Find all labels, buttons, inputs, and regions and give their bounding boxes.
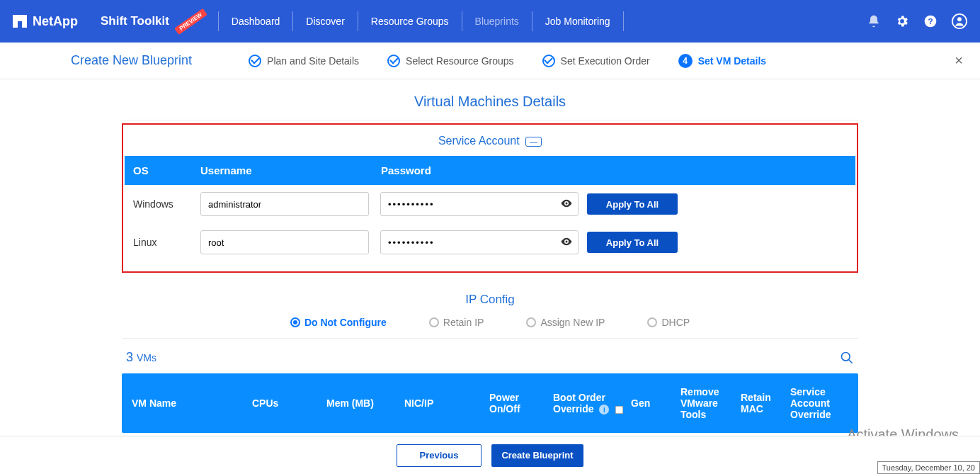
nav-separator <box>623 11 624 31</box>
header-os: OS <box>133 164 200 176</box>
close-icon[interactable]: × <box>955 52 963 69</box>
ip-config-title: IP Config <box>122 273 858 317</box>
boot-override-checkbox[interactable] <box>615 405 624 414</box>
create-blueprint-button[interactable]: Create Blueprint <box>491 444 583 467</box>
wizard-step-select-rg[interactable]: Select Resource Groups <box>387 55 514 67</box>
radio-icon <box>526 317 536 327</box>
nav-discover[interactable]: Discover <box>303 16 347 27</box>
page-title: Virtual Machines Details <box>414 94 566 110</box>
top-navbar: NetApp Shift Toolkit PREVIEW Dashboard D… <box>0 0 980 43</box>
nav-resource-groups[interactable]: Resource Groups <box>368 16 452 27</box>
th-cpus: CPUs <box>252 397 326 409</box>
nav-blueprints[interactable]: Blueprints <box>472 16 522 27</box>
vm-count-number: 3 <box>126 350 133 364</box>
radio-label: Assign New IP <box>540 317 605 328</box>
help-icon[interactable]: ? <box>923 14 938 28</box>
wizard-bar: Create New Blueprint Plan and Site Detai… <box>0 43 980 79</box>
taskbar-date: Tuesday, December 10, 20 <box>877 461 980 474</box>
apply-to-all-button-linux[interactable]: Apply To All <box>587 232 678 253</box>
svg-point-4 <box>566 203 568 205</box>
th-mem: Mem (MB) <box>326 397 404 409</box>
radio-label: DHCP <box>661 317 690 328</box>
service-account-label: Service Account <box>438 135 520 147</box>
password-input-linux[interactable] <box>380 230 579 254</box>
nav-job-monitoring[interactable]: Job Monitoring <box>542 16 613 27</box>
vm-count-row: 3 VMs <box>122 339 858 373</box>
ip-option-dhcp[interactable]: DHCP <box>647 317 690 328</box>
wizard-step-vm-details[interactable]: 4 Set VM Details <box>678 54 766 68</box>
svg-point-5 <box>566 241 568 243</box>
divider <box>122 120 858 120</box>
product-label: Shift Toolkit <box>101 14 169 28</box>
vm-table-header: VM Name CPUs Mem (MB) NIC/IP Power On/Of… <box>122 373 858 433</box>
wizard-step-label: Set VM Details <box>698 55 766 67</box>
radio-icon <box>647 317 657 327</box>
ip-option-assign-new-ip[interactable]: Assign New IP <box>526 317 605 328</box>
password-input-windows[interactable] <box>380 192 579 216</box>
eye-icon[interactable] <box>560 235 573 248</box>
wizard-step-plan[interactable]: Plan and Site Details <box>249 55 359 67</box>
service-account-row-windows: Windows Apply To All <box>125 185 855 223</box>
radio-label: Do Not Configure <box>304 317 387 328</box>
previous-button[interactable]: Previous <box>397 444 482 467</box>
nav-separator <box>462 11 462 31</box>
collapse-icon[interactable]: — <box>525 137 542 147</box>
brand-logo: NetApp <box>13 14 78 29</box>
header-username: Username <box>200 164 381 176</box>
check-icon <box>387 55 400 67</box>
brand-text: NetApp <box>33 14 78 29</box>
nav-separator <box>292 11 293 31</box>
wizard-steps: Plan and Site Details Select Resource Gr… <box>249 54 766 68</box>
svg-point-3 <box>957 17 962 21</box>
svg-point-6 <box>842 353 850 361</box>
os-label-windows: Windows <box>133 198 200 210</box>
th-nic: NIC/IP <box>404 397 489 409</box>
ip-option-retain-ip[interactable]: Retain IP <box>429 317 484 328</box>
wizard-step-label: Plan and Site Details <box>267 55 359 67</box>
service-account-section: Service Account — OS Username Password W… <box>122 123 858 273</box>
ip-config-options: Do Not Configure Retain IP Assign New IP… <box>122 317 858 338</box>
wizard-step-exec-order[interactable]: Set Execution Order <box>542 55 650 67</box>
vm-count-label: VMs <box>137 352 156 363</box>
th-gen: Gen <box>631 397 680 409</box>
nav-separator <box>218 11 219 31</box>
service-account-title: Service Account — <box>125 126 855 156</box>
card: Service Account — OS Username Password W… <box>122 120 858 433</box>
username-input-linux[interactable] <box>200 230 369 254</box>
header-password: Password <box>381 164 751 176</box>
nav-dashboard[interactable]: Dashboard <box>229 16 283 27</box>
user-icon[interactable] <box>952 13 967 29</box>
topbar-actions: ? <box>867 13 967 29</box>
header-spacer <box>751 164 847 176</box>
svg-line-7 <box>849 360 853 363</box>
radio-label: Retain IP <box>443 317 484 328</box>
nav-links: Dashboard Discover Resource Groups Bluep… <box>229 11 634 31</box>
gear-icon[interactable] <box>895 14 909 28</box>
th-svc-override: Service Account Override <box>790 386 847 420</box>
th-retain-mac: Retain MAC <box>741 392 790 414</box>
th-boot: Boot Order Override i <box>553 392 631 415</box>
info-icon[interactable]: i <box>599 405 609 414</box>
svg-text:?: ? <box>928 16 933 26</box>
check-icon <box>249 55 261 67</box>
username-input-windows[interactable] <box>200 192 369 216</box>
th-remove-tools: Remove VMware Tools <box>680 386 741 420</box>
bell-icon[interactable] <box>867 14 881 28</box>
eye-icon[interactable] <box>560 197 573 210</box>
check-icon <box>542 55 555 67</box>
wizard-footer: Previous Create Blueprint <box>0 436 980 474</box>
th-boot-label: Boot Order Override <box>553 392 605 414</box>
wizard-step-label: Set Execution Order <box>561 55 650 67</box>
wizard-step-label: Select Resource Groups <box>406 55 514 67</box>
step-number-badge: 4 <box>678 54 693 68</box>
apply-to-all-button-windows[interactable]: Apply To All <box>587 193 678 215</box>
service-account-row-linux: Linux Apply To All <box>125 223 855 261</box>
nav-separator <box>532 11 532 31</box>
th-vm-name: VM Name <box>132 397 252 409</box>
main-content: Virtual Machines Details Service Account… <box>0 79 980 474</box>
search-icon[interactable] <box>840 351 854 365</box>
ip-option-do-not-configure[interactable]: Do Not Configure <box>290 317 387 328</box>
radio-icon <box>290 317 300 327</box>
product-name: Shift Toolkit PREVIEW <box>101 14 208 28</box>
os-label-linux: Linux <box>133 237 200 248</box>
